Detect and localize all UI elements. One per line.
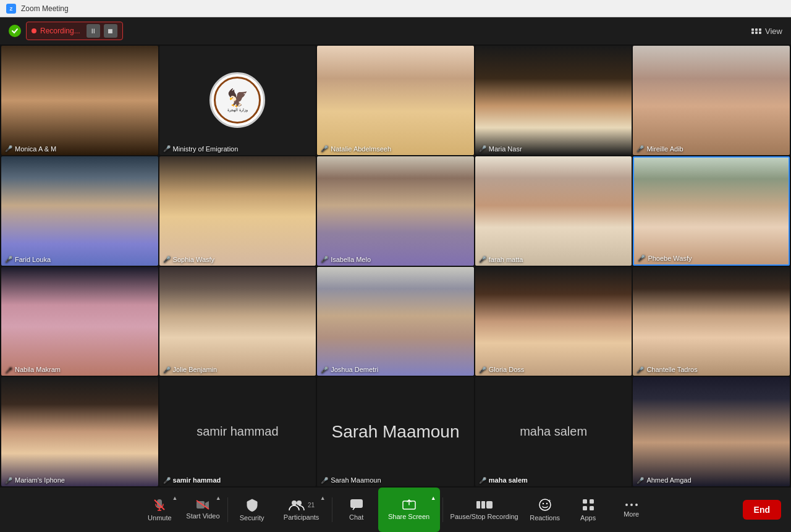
security-icon [245, 498, 259, 512]
unmute-label: Unmute [148, 514, 172, 521]
start-video-icon [196, 500, 209, 510]
tile-name-13: Joshua Demetri [331, 366, 378, 373]
mute-icon-13: 🎤 [321, 366, 328, 373]
mute-icon-2: 🎤 [163, 145, 171, 152]
apps-button[interactable]: Apps [567, 488, 610, 532]
chat-icon [350, 499, 363, 511]
svg-point-15 [542, 503, 543, 504]
end-button[interactable]: End [743, 500, 781, 520]
share-screen-label: Share Screen [388, 513, 429, 520]
tile-name-8: Isabella Melo [331, 256, 371, 263]
video-tile-6: 🎤 Farid Louka [1, 156, 158, 266]
mute-icon-1: 🎤 [5, 145, 12, 152]
video-tile-4: 🎤 Maria Nasr [475, 46, 632, 155]
unmute-arrow[interactable]: ▲ [172, 495, 177, 501]
mute-icon-5: 🎤 [637, 145, 644, 152]
mute-icon-9: 🎤 [479, 256, 486, 263]
pause-stop-icon [476, 499, 493, 510]
pause-stop-recording-label: Pause/Stop Recording [450, 513, 518, 520]
video-tile-17: samir hammad 🎤 samir hammad [159, 377, 316, 486]
svg-rect-18 [583, 499, 587, 504]
share-screen-button[interactable]: Share Screen ▲ [378, 488, 440, 532]
view-label: View [765, 27, 782, 36]
mute-icon-18: 🎤 [321, 477, 328, 484]
svg-rect-20 [583, 506, 587, 510]
start-video-label: Start Video [186, 512, 219, 520]
mute-icon-7: 🎤 [163, 256, 171, 263]
recording-section: Recording... ⏸ ⏹ [9, 22, 123, 40]
video-tile-10: 🎤 Phoebe Wasfy [633, 156, 790, 266]
participants-label: Participants [284, 513, 319, 521]
mute-icon-12: 🎤 [163, 366, 171, 373]
participants-icon: 21 [288, 499, 315, 511]
tile-name-5: Mireille Adib [646, 145, 683, 153]
divider-1 [227, 497, 228, 522]
mute-icon-19: 🎤 [479, 477, 486, 484]
reactions-icon: + [538, 498, 552, 512]
mute-icon-6: 🎤 [5, 256, 12, 263]
svg-rect-13 [486, 501, 493, 509]
mute-icon-4: 🎤 [479, 145, 486, 152]
tile-name-14: Gloria Doss [489, 366, 524, 373]
video-tile-1: 🎤 Monica A & M [1, 46, 158, 155]
mute-icon-14: 🎤 [479, 366, 486, 373]
stop-recording-button[interactable]: ⏹ [104, 24, 117, 38]
pause-recording-button[interactable]: ⏸ [87, 24, 100, 38]
unmute-icon [153, 498, 166, 512]
more-button[interactable]: More [610, 488, 653, 532]
secure-icon [9, 25, 21, 37]
toolbar: Unmute ▲ Start Video ▲ Security [0, 488, 791, 532]
tile-name-7: Sophia Wasfy [173, 256, 214, 263]
svg-text:+: + [548, 498, 551, 504]
security-button[interactable]: Security [231, 488, 274, 532]
pause-stop-recording-button[interactable]: Pause/Stop Recording [446, 488, 523, 532]
apps-icon [582, 498, 595, 512]
reactions-button[interactable]: + Reactions [523, 488, 567, 532]
video-tile-15: 🎤 Chantelle Tadros [633, 267, 790, 376]
video-tile-sarah: Sarah Maamoun 🎤 Sarah Maamoun [317, 377, 474, 486]
participants-button[interactable]: 21 Participants ▲ [274, 488, 329, 532]
svg-rect-19 [590, 499, 594, 504]
svg-point-24 [635, 504, 638, 506]
start-video-button[interactable]: Start Video ▲ [181, 488, 224, 532]
tile-name-9: farah matta [489, 256, 523, 263]
title-bar: Z Zoom Meeting [0, 0, 791, 17]
share-arrow[interactable]: ▲ [431, 495, 436, 501]
video-tile-16: 🎤 Mariam's Iphone [1, 377, 158, 486]
mute-icon-20: 🎤 [637, 477, 644, 484]
video-arrow[interactable]: ▲ [216, 495, 221, 501]
security-label: Security [240, 514, 264, 521]
divider-3 [442, 497, 443, 522]
tile-name-18: Sarah Maamoun [331, 476, 381, 484]
video-tile-5: 🎤 Mireille Adib [633, 46, 790, 155]
participants-arrow[interactable]: ▲ [320, 495, 326, 501]
svg-rect-12 [481, 501, 485, 509]
mute-icon-11: 🎤 [5, 366, 12, 373]
tile-name-19: maha salem [489, 476, 528, 484]
video-tile-13: 🎤 Joshua Demetri [317, 267, 474, 376]
zoom-icon: Z [6, 4, 16, 14]
mute-icon-16: 🎤 [5, 477, 12, 484]
video-grid: 🎤 Monica A & M 🦅 وزارة الهجرة 🎤 Ministry… [0, 44, 791, 488]
sarah-big-name: Sarah Maamoun [331, 422, 459, 442]
mute-icon-10: 🎤 [638, 255, 645, 261]
tile-name-17: samir hammad [173, 476, 221, 484]
svg-point-16 [546, 503, 547, 504]
video-tile-8: 🎤 Isabella Melo [317, 156, 474, 266]
chat-button[interactable]: Chat [335, 488, 378, 532]
unmute-button[interactable]: Unmute ▲ [138, 488, 181, 532]
svg-rect-21 [590, 506, 594, 510]
video-tile-12: 🎤 Jolie Benjamin [159, 267, 316, 376]
divider-2 [332, 497, 332, 522]
tile-name-text-17: samir hammad [197, 424, 278, 439]
participants-count: 21 [308, 502, 315, 509]
tile-name-15: Chantelle Tadros [646, 366, 697, 373]
top-bar: Recording... ⏸ ⏹ View [0, 17, 791, 44]
window-title: Zoom Meeting [21, 4, 69, 13]
mute-icon-17: 🎤 [163, 477, 171, 484]
svg-point-7 [292, 500, 297, 505]
recording-badge[interactable]: Recording... ⏸ ⏹ [26, 22, 123, 40]
video-tile-19: maha salem 🎤 maha salem [475, 377, 632, 486]
svg-point-23 [630, 504, 633, 506]
view-button[interactable]: View [751, 27, 782, 36]
